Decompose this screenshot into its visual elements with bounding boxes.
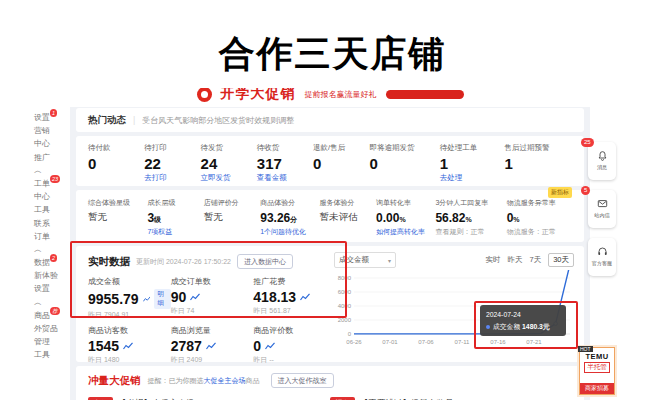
order-stat-link[interactable]: 去打印 — [144, 173, 200, 183]
trend-mini-icon[interactable] — [190, 293, 200, 301]
order-stat-value: 1 — [440, 155, 505, 172]
sidebar-item-label: ︿ — [34, 166, 42, 175]
svg-text:06-26: 06-26 — [346, 339, 362, 345]
divider: | — [133, 115, 135, 125]
order-stat: 退款/售后 0 — [313, 143, 369, 183]
tab-30days[interactable]: 30天 — [548, 253, 574, 267]
order-stat-label: 待处理工单 — [440, 143, 505, 153]
quality-stat-shop-rating: 店铺评价分 暂无 — [204, 198, 260, 239]
detail-pill-button[interactable]: 明细 — [154, 289, 170, 309]
promo-title: 冲量大促销 — [88, 374, 141, 388]
sidebar-item[interactable]: 工具 — [34, 349, 68, 362]
order-stat-label: 待打印 — [144, 143, 200, 153]
temu-ad[interactable]: HOT TEMU 半托管 商家招募 — [577, 345, 617, 397]
metric-yesterday: 昨日 -- — [253, 355, 336, 365]
metric-label: 商品评价数 — [253, 325, 336, 336]
metric-value: 418.13 — [253, 289, 296, 305]
big-promo-card: 冲量大促销 提醒：已为你圈选大促全主会场商品 进入大促作战室 大促 【必报】大促… — [76, 366, 584, 400]
sidebar-item[interactable]: 设置 1 — [34, 112, 68, 125]
order-stat: 即将逾期发货 0 — [369, 143, 439, 183]
product-issues-link[interactable]: 1个问题待优化 — [260, 227, 319, 237]
page-title: 合作三天店铺 — [0, 30, 665, 79]
trend-mini-icon[interactable] — [123, 342, 133, 350]
banner-title: 开学大促销 — [221, 88, 296, 103]
tab-yesterday[interactable]: 昨天 — [507, 255, 522, 265]
growth-benefits-link[interactable]: 7项权益 — [147, 227, 203, 237]
hot-news-card: 热门动态 | 受台风天气影响部分地区发货时效规则调整 — [76, 108, 584, 132]
sidebar-item[interactable]: 工具 — [34, 204, 68, 217]
metric-label: 商品访客数 — [88, 325, 171, 336]
hot-tag: HOT — [578, 346, 593, 352]
hot-news-text[interactable]: 受台风天气影响部分地区发货时效规则调整 — [142, 115, 294, 126]
sidebar-item[interactable]: 数据 2 — [34, 257, 68, 270]
hot-news-title[interactable]: 热门动态 — [88, 114, 126, 127]
trend-mini-icon[interactable] — [300, 293, 310, 301]
quality-stats-card: 综合体验星级 暂无 成长层级 3级 7项权益 店铺评价分 暂无 商品体验分 93… — [76, 190, 584, 242]
sidebar-item[interactable]: 联系 — [34, 218, 68, 231]
metric-yesterday: 昨日 561.87 — [253, 306, 336, 316]
sidebar-item-badge: 1 — [50, 109, 57, 117]
sidebar-item[interactable]: 工单 23 — [34, 178, 68, 191]
sidebar-item[interactable]: 管理 — [34, 336, 68, 349]
sidebar-item[interactable]: 外贸品 — [34, 323, 68, 336]
trend-mini-icon[interactable] — [206, 342, 216, 350]
rail-item-support[interactable]: 官方客服 — [588, 238, 616, 276]
quality-stat-inquiry-conversion: 询单转化率 0.00% 如何提高转化率 — [376, 198, 435, 239]
order-stat-label: 即将逾期发货 — [369, 143, 439, 153]
tab-realtime[interactable]: 实时 — [485, 255, 500, 265]
chart-tooltip: 2024-07-24 成交金额 1480.3元 — [480, 305, 566, 336]
sidebar-item[interactable]: 推广 — [34, 152, 68, 165]
sidebar-item-label: 中心 — [34, 192, 50, 201]
quality-stat-logistics-abnormal: 新指标 物流服务异常率 0% 物流服务：正常 — [507, 198, 572, 239]
sidebar-item[interactable]: 中心 — [34, 138, 68, 151]
trend-mini-icon[interactable] — [143, 295, 151, 303]
quality-stat-product-score: 商品体验分 93.26分 1个问题待优化 — [260, 198, 319, 239]
metric-select-dropdown[interactable]: 成交金额 ▾ — [334, 252, 396, 268]
order-stat-label: 待付款 — [88, 143, 144, 153]
sidebar-item[interactable]: 营销 — [34, 125, 68, 138]
realtime-metric: 成交金额 9955.79 明细 昨日 7904.91 — [88, 276, 171, 320]
quality-stat-reply-rate: 3分钟人工回复率 56.82% 查看规则：正常 — [435, 198, 506, 239]
banner-cta-button[interactable] — [386, 90, 464, 99]
sidebar-item[interactable]: 中心 — [34, 191, 68, 204]
sidebar-item[interactable]: 订单 — [34, 231, 68, 244]
banner-subtitle: 提前报名赢流量好礼 — [305, 89, 377, 100]
quality-stat-service-score: 服务体验分 暂未评估 — [320, 198, 376, 239]
svg-text:2000: 2000 — [338, 317, 352, 323]
order-stat-value: 22 — [144, 155, 200, 172]
order-stat-link[interactable]: 查看金额 — [257, 173, 313, 183]
sidebar-item-label: 商品 — [34, 311, 50, 320]
rail-item-inbox[interactable]: 5 站内信 — [588, 190, 616, 228]
order-stat-link[interactable]: 去处理 — [440, 173, 505, 183]
order-stat-link[interactable]: 立即发货 — [201, 173, 257, 183]
tab-7days[interactable]: 7天 — [529, 255, 541, 265]
realtime-metric: 商品浏览量 2787 昨日 2409 — [171, 325, 254, 365]
promo-war-room-button[interactable]: 进入大促作战室 — [271, 373, 334, 388]
order-stat: 待付款 0 — [88, 143, 144, 183]
data-center-button[interactable]: 进入数据中心 — [237, 254, 293, 269]
sidebar-item[interactable]: 商品 荐 — [34, 310, 68, 323]
sidebar-item-label: 中心 — [34, 139, 50, 148]
temu-brand: TEMU — [585, 352, 608, 361]
sidebar-item-label: 新体验 — [34, 271, 58, 280]
sidebar-item-label: 营销 — [34, 126, 50, 135]
realtime-data-card: 实时数据 更新时间 2024-07-26 17:50:22 进入数据中心 成交金… — [76, 246, 584, 362]
promo-venue-link[interactable]: 大促全主会场 — [204, 377, 246, 384]
chevron-down-icon: ▾ — [388, 257, 391, 264]
metric-yesterday: 昨日 7904.91 — [88, 310, 171, 320]
svg-text:6000: 6000 — [338, 289, 352, 295]
metric-label: 成交订单数 — [171, 276, 254, 287]
trend-mini-icon[interactable] — [265, 342, 275, 350]
realtime-metric: 成交订单数 90 昨日 74 — [171, 276, 254, 320]
order-stat-value: 0 — [88, 155, 144, 172]
temu-mode: 半托管 — [584, 362, 610, 373]
rail-item-messages[interactable]: 25 消息 — [588, 142, 616, 180]
sidebar-item-label: ︿ — [34, 245, 42, 254]
new-metric-badge: 新指标 — [548, 187, 572, 198]
conversion-help-link[interactable]: 如何提高转化率 — [376, 227, 435, 237]
sidebar-item[interactable]: 设置 — [34, 283, 68, 296]
sidebar-item[interactable]: 新体验 — [34, 270, 68, 283]
metric-value: 1545 — [88, 338, 119, 354]
svg-text:4000: 4000 — [338, 303, 352, 309]
realtime-metrics: 成交金额 9955.79 明细 昨日 7904.91 成交订单数 90 — [88, 276, 336, 365]
